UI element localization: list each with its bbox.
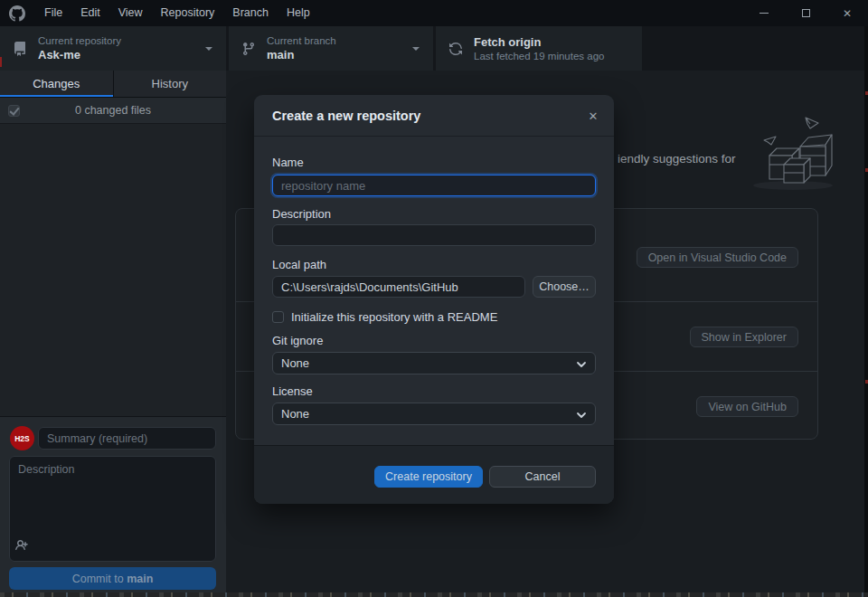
- dialog-close-button[interactable]: ✕: [583, 106, 603, 126]
- commit-description-box: [9, 456, 216, 562]
- titlebar: File Edit View Repository Branch Help ✕: [0, 0, 868, 26]
- cancel-button[interactable]: Cancel: [489, 466, 596, 488]
- window-controls: ✕: [743, 0, 868, 26]
- window-maximize-button[interactable]: [785, 0, 826, 26]
- description-label: Description: [272, 207, 331, 221]
- chevron-down-icon: [576, 359, 587, 370]
- initialize-readme-checkbox[interactable]: [272, 311, 284, 323]
- chevron-down-icon: [205, 47, 212, 51]
- maximize-icon: [802, 9, 810, 17]
- git-branch-icon: [241, 42, 256, 56]
- current-repository-label: Current repository: [38, 35, 121, 46]
- fetch-origin-button[interactable]: Fetch origin Last fetched 19 minutes ago: [436, 26, 642, 71]
- show-in-explorer-button[interactable]: Show in Explorer: [690, 327, 799, 347]
- name-label: Name: [272, 156, 304, 169]
- commit-description-textarea[interactable]: [9, 456, 216, 562]
- local-path-label: Local path: [272, 258, 326, 271]
- current-repository-value: Ask-me: [38, 48, 121, 62]
- fetch-origin-status: Last fetched 19 minutes ago: [474, 51, 605, 62]
- menu-item-repository[interactable]: Repository: [152, 0, 224, 26]
- chevron-down-icon: [412, 47, 420, 51]
- create-repository-button[interactable]: Create repository: [374, 466, 483, 488]
- toolbar: Current repository Ask-me Current branch…: [0, 26, 868, 71]
- current-branch-button[interactable]: Current branch main: [229, 26, 433, 71]
- changes-sidebar: Changes History 0 changed files H2S Comm…: [0, 71, 226, 597]
- current-branch-value: main: [267, 48, 336, 62]
- view-on-github-button[interactable]: View on GitHub: [696, 396, 798, 417]
- gitignore-selected-value: None: [281, 356, 309, 370]
- window-minimize-button[interactable]: [743, 0, 785, 26]
- dialog-title: Create a new repository: [272, 109, 420, 123]
- tab-history[interactable]: History: [113, 71, 227, 97]
- dialog-footer: Create repository Cancel: [254, 445, 614, 504]
- sync-icon: [448, 42, 463, 56]
- license-select[interactable]: None: [272, 403, 596, 425]
- app-window: File Edit View Repository Branch Help ✕ …: [0, 0, 868, 597]
- boxes-illustration: [746, 109, 850, 194]
- fetch-origin-label: Fetch origin: [474, 35, 605, 49]
- repo-icon: [13, 42, 27, 56]
- current-repository-button[interactable]: Current repository Ask-me: [0, 26, 226, 71]
- repository-name-input[interactable]: [272, 175, 596, 196]
- menu-item-view[interactable]: View: [109, 0, 152, 26]
- menubar: File Edit View Repository Branch Help: [35, 0, 319, 26]
- current-branch-label: Current branch: [267, 35, 336, 46]
- commit-summary-input[interactable]: [38, 427, 216, 450]
- menu-item-file[interactable]: File: [35, 0, 71, 26]
- tab-changes[interactable]: Changes: [0, 71, 113, 97]
- avatar: H2S: [10, 426, 34, 450]
- chevron-down-icon: [576, 410, 587, 421]
- person-add-icon: [15, 538, 30, 553]
- select-all-checkbox[interactable]: [8, 105, 20, 117]
- sidebar-tabs: Changes History: [0, 71, 226, 98]
- commit-to-main-button[interactable]: Commit to main: [9, 567, 216, 590]
- commit-button-branch: main: [127, 573, 153, 585]
- underlying-window-left-sliver: [0, 57, 2, 67]
- local-path-input[interactable]: [272, 276, 525, 298]
- github-logo-icon: [9, 5, 25, 22]
- initialize-readme-label: Initialize this repository with a README: [291, 310, 497, 324]
- changed-files-row: 0 changed files: [0, 98, 226, 124]
- menu-item-help[interactable]: Help: [278, 0, 319, 26]
- add-coauthor-button[interactable]: [15, 538, 30, 555]
- repository-description-input[interactable]: [272, 224, 596, 246]
- choose-path-button[interactable]: Choose…: [533, 276, 596, 298]
- create-repository-dialog: Create a new repository ✕ Name Descripti…: [254, 95, 614, 504]
- close-icon: ✕: [843, 7, 852, 20]
- commit-button-prefix: Commit to: [72, 573, 127, 585]
- gitignore-select[interactable]: None: [272, 352, 596, 374]
- suggestions-text-fragment: iendly suggestions for: [618, 152, 736, 166]
- open-in-vscode-button[interactable]: Open in Visual Studio Code: [637, 247, 798, 268]
- window-close-button[interactable]: ✕: [826, 0, 868, 26]
- readme-checkbox-row: Initialize this repository with a README: [272, 310, 497, 324]
- underlying-window-bottom-sliver: [0, 592, 868, 597]
- underlying-window-right-sliver: [864, 26, 868, 592]
- license-label: License: [272, 384, 313, 398]
- license-selected-value: None: [281, 407, 309, 421]
- changed-files-count: 0 changed files: [75, 104, 151, 117]
- minimize-icon: [760, 13, 769, 14]
- menu-item-branch[interactable]: Branch: [223, 0, 278, 26]
- menu-item-edit[interactable]: Edit: [71, 0, 109, 26]
- gitignore-label: Git ignore: [272, 334, 323, 347]
- dialog-header: Create a new repository ✕: [254, 95, 614, 137]
- commit-panel: H2S Commit to main: [0, 416, 226, 597]
